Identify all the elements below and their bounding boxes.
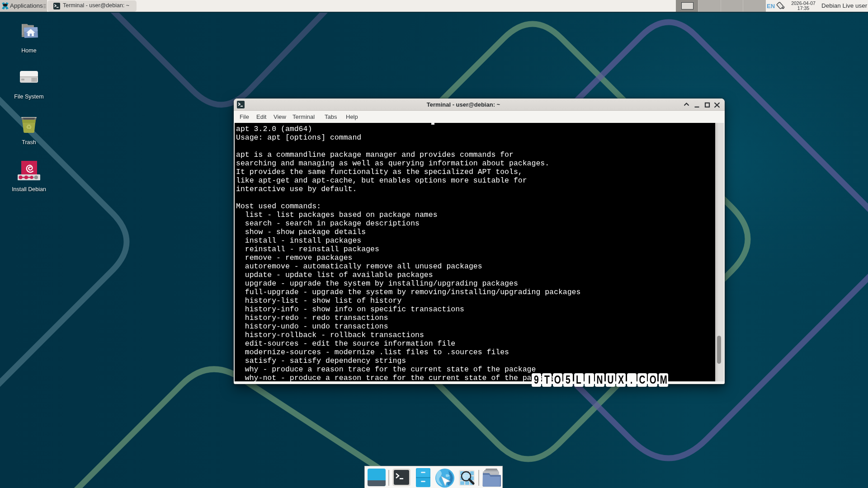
svg-text:♻: ♻ (26, 123, 32, 131)
